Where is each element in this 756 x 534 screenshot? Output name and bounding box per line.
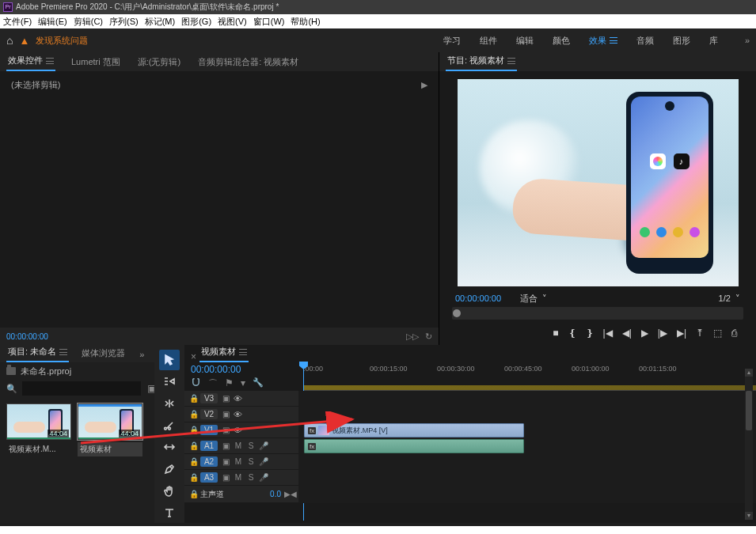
lock-icon[interactable]: 🔒: [189, 473, 197, 482]
track-label[interactable]: V2: [200, 409, 218, 419]
program-scrubber[interactable]: [452, 307, 743, 320]
slip-tool[interactable]: [159, 437, 180, 458]
video-clip[interactable]: fx视频素材.MP4 [V]: [304, 423, 524, 437]
lock-icon[interactable]: 🔒: [189, 457, 197, 466]
linked-selection-icon[interactable]: ⌒: [208, 377, 218, 391]
tab-source[interactable]: 源:(无剪辑): [136, 53, 182, 71]
warning-icon[interactable]: ▲: [19, 35, 29, 47]
resolution-dropdown[interactable]: 1/2 ˅: [719, 294, 740, 304]
project-filename[interactable]: 未命名.prproj: [21, 365, 71, 377]
mute-toggle[interactable]: M: [234, 457, 243, 466]
eye-icon[interactable]: 👁: [234, 426, 242, 435]
tab-effect-controls[interactable]: 效果控件: [6, 51, 55, 71]
workspace-tab[interactable]: 学习: [443, 35, 461, 47]
loop-icon[interactable]: ↻: [425, 331, 432, 342]
program-timecode[interactable]: 00:00:00:00: [455, 294, 501, 303]
mic-icon[interactable]: 🎤: [259, 473, 268, 482]
go-to-in-icon[interactable]: |◀: [603, 328, 613, 339]
mute-toggle[interactable]: M: [234, 441, 243, 450]
workspace-tab[interactable]: 音频: [636, 35, 654, 47]
menu-item[interactable]: 窗口(W): [253, 16, 285, 28]
menu-item[interactable]: 图形(G): [181, 16, 211, 28]
lock-icon[interactable]: 🔒: [189, 490, 197, 498]
track-label[interactable]: A1: [200, 441, 218, 451]
track-header-master[interactable]: 🔒主声道0.0▶◀: [184, 486, 298, 503]
zoom-fit-dropdown[interactable]: 适合 ˅: [520, 293, 547, 305]
track-header-a3[interactable]: 🔒A3▣MS🎤: [184, 470, 298, 486]
solo-toggle[interactable]: S: [246, 441, 256, 450]
add-marker-icon[interactable]: ■: [553, 328, 558, 339]
sync-lock-icon[interactable]: ▣: [221, 426, 230, 434]
solo-toggle[interactable]: S: [246, 473, 256, 482]
tab-media-browser[interactable]: 媒体浏览器: [80, 344, 127, 362]
wrench-icon[interactable]: 🔧: [253, 377, 264, 391]
source-timecode[interactable]: 00:00:00:00: [6, 332, 48, 341]
snap-icon[interactable]: [191, 377, 201, 391]
menu-item[interactable]: 文件(F): [3, 16, 32, 28]
tab-project[interactable]: 项目: 未命名: [6, 343, 69, 362]
sync-lock-icon[interactable]: ▣: [221, 473, 230, 482]
menu-item[interactable]: 剪辑(C): [74, 16, 103, 28]
go-to-out-icon[interactable]: ▶|: [677, 328, 686, 339]
lock-icon[interactable]: 🔒: [189, 426, 197, 434]
home-icon[interactable]: ⌂: [6, 34, 13, 47]
mark-out-icon[interactable]: ❵: [586, 328, 594, 339]
track-select-tool[interactable]: [159, 372, 180, 392]
workspace-overflow[interactable]: »: [745, 36, 750, 45]
track-header-v1[interactable]: 🔒V1▣👁: [184, 422, 298, 438]
project-item-selected[interactable]: 44:04 视频素材: [78, 403, 142, 456]
scroll-thumb[interactable]: [746, 391, 752, 430]
eye-icon[interactable]: 👁: [234, 394, 242, 403]
mic-icon[interactable]: 🎤: [259, 457, 268, 466]
sync-lock-icon[interactable]: ▣: [221, 410, 230, 418]
track-label[interactable]: V1: [200, 425, 218, 435]
menu-item[interactable]: 视图(V): [218, 16, 247, 28]
project-item[interactable]: 44:04 视频素材.M...: [6, 403, 71, 456]
eye-icon[interactable]: 👁: [234, 410, 242, 419]
lock-icon[interactable]: 🔒: [189, 394, 197, 403]
solo-toggle[interactable]: S: [246, 457, 256, 466]
hand-tool[interactable]: [159, 481, 180, 502]
search-input[interactable]: [22, 381, 141, 396]
close-tab-icon[interactable]: ×: [191, 351, 196, 362]
workspace-tab[interactable]: 图形: [673, 35, 690, 47]
timeline-track-area[interactable]: fx视频素材.MP4 [V] fx: [298, 391, 756, 503]
timeline-timecode[interactable]: 00:00:00:00: [191, 364, 292, 375]
tab-overflow[interactable]: »: [138, 347, 146, 362]
workspace-tab[interactable]: 颜色: [553, 35, 570, 47]
track-label[interactable]: A3: [200, 472, 218, 483]
track-header-a2[interactable]: 🔒A2▣MS🎤: [184, 454, 298, 470]
step-back-icon[interactable]: ▷▷: [406, 331, 419, 342]
add-marker-icon[interactable]: ⚑: [225, 377, 234, 391]
scroll-down-button[interactable]: ▾: [745, 512, 753, 520]
pen-tool[interactable]: [159, 459, 180, 479]
disclosure-icon[interactable]: ▶: [421, 80, 427, 90]
track-label[interactable]: V3: [200, 393, 218, 403]
search-icon[interactable]: 🔍: [6, 384, 17, 394]
audio-clip[interactable]: fx: [304, 439, 524, 453]
sync-lock-icon[interactable]: ▣: [221, 457, 230, 466]
export-frame-icon[interactable]: ⎙: [731, 328, 737, 339]
step-back-icon[interactable]: ◀|: [622, 328, 632, 339]
extract-icon[interactable]: ⬚: [713, 328, 722, 339]
mark-in-icon[interactable]: ❴: [568, 328, 576, 339]
workspace-tab[interactable]: 组件: [480, 35, 497, 47]
menu-item[interactable]: 序列(S): [109, 16, 139, 28]
tab-audio-mixer[interactable]: 音频剪辑混合器: 视频素材: [196, 53, 300, 71]
mute-toggle[interactable]: M: [234, 473, 243, 482]
sync-lock-icon[interactable]: ▣: [221, 394, 230, 403]
menu-item[interactable]: 编辑(E): [38, 16, 67, 28]
workspace-tab[interactable]: 编辑: [516, 35, 534, 47]
scroll-up-button[interactable]: ▴: [745, 369, 753, 377]
lift-icon[interactable]: ⤒: [696, 328, 704, 339]
timeline-tab[interactable]: 视频素材: [199, 343, 249, 362]
selection-tool[interactable]: [159, 350, 180, 370]
razor-tool[interactable]: [159, 415, 180, 436]
lock-icon[interactable]: 🔒: [189, 410, 197, 418]
workspace-tab[interactable]: 库: [709, 35, 718, 47]
menu-item[interactable]: 标记(M): [145, 16, 176, 28]
time-ruler[interactable]: :00:00 00:00:15:00 00:00:30:00 00:00:45:…: [298, 362, 756, 391]
type-tool[interactable]: [159, 502, 180, 523]
mic-icon[interactable]: 🎤: [259, 441, 268, 450]
ripple-edit-tool[interactable]: [159, 393, 180, 414]
